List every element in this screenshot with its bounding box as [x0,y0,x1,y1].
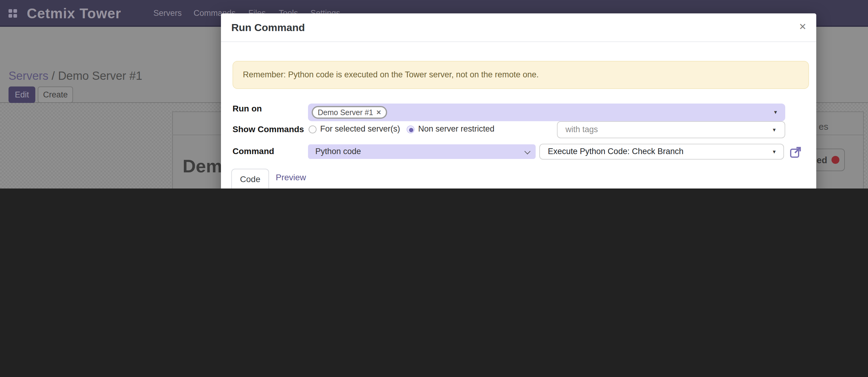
with-tags-select[interactable]: with tags [557,121,785,138]
breadcrumb: Servers / Demo Server #1 [8,69,142,83]
command-label: Command [232,146,274,156]
app-root: Cetmix Tower Servers Commands Files Tool… [0,0,868,188]
edit-button[interactable]: Edit [8,86,35,103]
modal-header-divider [221,41,816,42]
tab-code[interactable]: Code [231,169,269,188]
tag-remove-icon[interactable]: ✕ [376,109,381,116]
run-on-label: Run on [232,104,262,113]
clipped-header-text: es [819,121,829,132]
nav-item-servers[interactable]: Servers [153,0,182,27]
chevron-down-icon: ▼ [772,127,777,133]
create-button[interactable]: Create [38,86,73,103]
close-icon[interactable]: ✕ [799,21,807,32]
chevron-down-icon: ▼ [772,149,777,155]
modal-title: Run Command [231,22,305,34]
run-command-modal: Run Command ✕ Remember: Python code is e… [221,13,816,188]
run-on-select[interactable]: Demo Server #1 ✕ ▼ [308,104,785,121]
radio-non-server-restricted-label[interactable]: Non server restricted [418,124,495,134]
radio-for-selected-servers[interactable] [309,125,316,134]
warning-banner: Remember: Python code is executed on the… [232,61,809,89]
apps-grid-icon[interactable] [8,9,18,18]
external-link-icon[interactable] [789,146,802,158]
radio-non-server-restricted[interactable] [407,125,414,134]
breadcrumb-separator: / [49,69,58,82]
radio-for-selected-servers-label[interactable]: For selected server(s) [320,124,400,134]
show-commands-label: Show Commands [232,124,304,134]
server-tag[interactable]: Demo Server #1 ✕ [312,106,388,119]
brand-title: Cetmix Tower [27,0,121,27]
breadcrumb-current: Demo Server #1 [58,69,143,82]
breadcrumb-servers-link[interactable]: Servers [8,69,49,82]
chevron-down-icon: ▼ [773,110,778,115]
server-tag-label: Demo Server #1 [318,108,373,117]
command-select[interactable]: Execute Python Code: Check Branch [539,144,784,160]
command-type-select[interactable]: Python code [308,144,536,159]
status-dot-icon [832,156,839,164]
tab-preview[interactable]: Preview [276,172,306,182]
